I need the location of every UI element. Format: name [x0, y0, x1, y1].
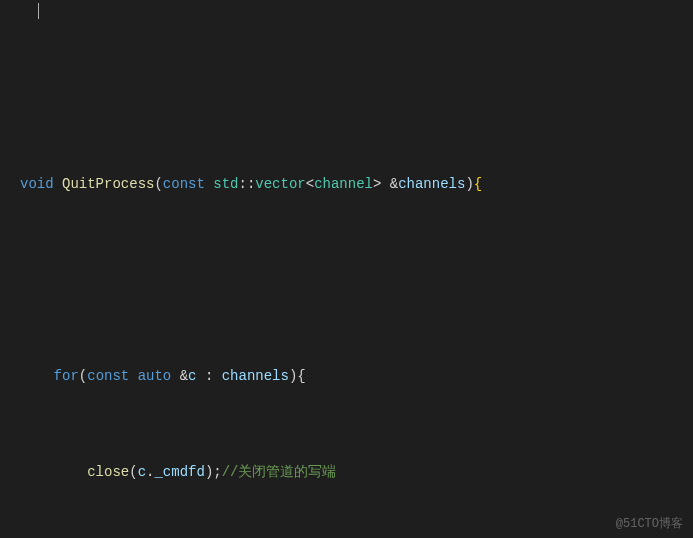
keyword-void: void [20, 176, 62, 192]
code-block: void QuitProcess(const std::vector<chann… [0, 4, 693, 538]
code-line: void QuitProcess(const std::vector<chann… [20, 172, 693, 196]
text-cursor [38, 3, 39, 19]
namespace: std [213, 176, 238, 192]
code-editor[interactable]: void QuitProcess(const std::vector<chann… [0, 0, 693, 538]
code-line: close(c._cmdfd);//关闭管道的写端 [20, 460, 693, 484]
code-line [20, 268, 693, 292]
code-line [20, 76, 693, 100]
function-name: QuitProcess [62, 176, 154, 192]
watermark-text: @51CTO博客 [616, 515, 683, 532]
code-line: for(const auto &c : channels){ [20, 364, 693, 388]
keyword-const: const [163, 176, 213, 192]
